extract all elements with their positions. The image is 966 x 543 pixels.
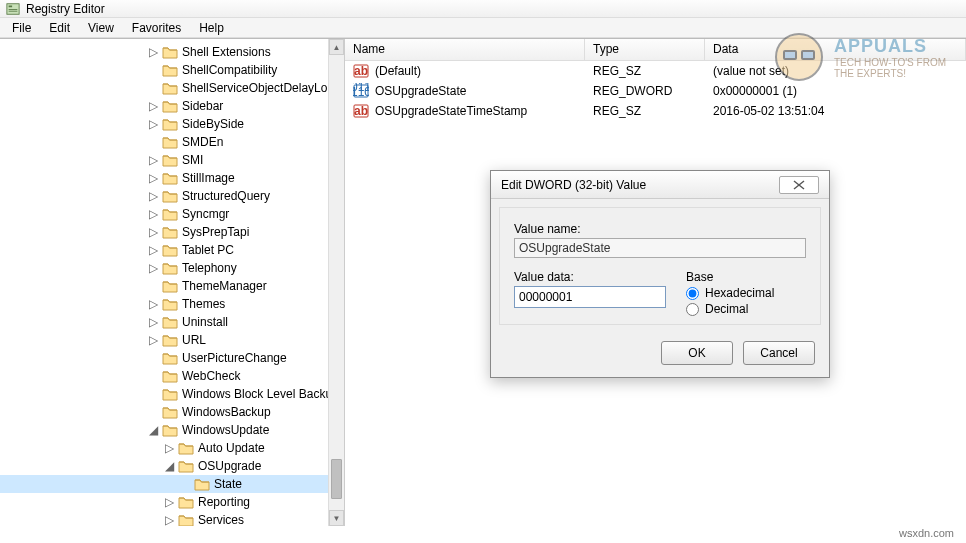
tree-item[interactable]: ▷Auto Update [0, 439, 344, 457]
expander-icon[interactable] [180, 479, 190, 489]
expander-icon[interactable]: ▷ [164, 443, 174, 453]
tree-item[interactable]: ▷Telephony [0, 259, 344, 277]
expander-icon[interactable] [148, 281, 158, 291]
scroll-up-button[interactable]: ▲ [329, 39, 344, 55]
value-row[interactable]: ab(Default)REG_SZ(value not set) [345, 61, 966, 81]
menu-edit[interactable]: Edit [41, 19, 78, 37]
tree-item[interactable]: ◢WindowsUpdate [0, 421, 344, 439]
dialog-close-button[interactable] [779, 176, 819, 194]
value-name: OSUpgradeStateTimeStamp [375, 104, 527, 118]
tree-item[interactable]: ThemeManager [0, 277, 344, 295]
string-value-icon: ab [353, 63, 369, 79]
expander-icon[interactable] [148, 353, 158, 363]
tree-item[interactable]: ▷SideBySide [0, 115, 344, 133]
radio-hexadecimal[interactable]: Hexadecimal [686, 286, 806, 300]
expander-icon[interactable]: ▷ [148, 263, 158, 273]
ok-button[interactable]: OK [661, 341, 733, 365]
expander-icon[interactable] [148, 83, 158, 93]
expander-icon[interactable]: ▷ [148, 317, 158, 327]
tree-item[interactable]: ▷Tablet PC [0, 241, 344, 259]
scroll-thumb[interactable] [331, 459, 342, 499]
value-type: REG_SZ [585, 104, 705, 118]
tree-item[interactable]: ◢OSUpgrade [0, 457, 344, 475]
expander-icon[interactable]: ▷ [148, 119, 158, 129]
tree-item-label: OSUpgrade [198, 459, 261, 473]
tree-item[interactable]: WindowsBackup [0, 403, 344, 421]
column-header-name[interactable]: Name [345, 39, 585, 60]
value-row[interactable]: abOSUpgradeStateTimeStampREG_SZ2016-05-0… [345, 101, 966, 121]
tree-item[interactable]: ShellServiceObjectDelayLoad [0, 79, 344, 97]
expander-icon[interactable]: ▷ [148, 209, 158, 219]
expander-icon[interactable]: ▷ [148, 191, 158, 201]
tree-item[interactable]: ▷URL [0, 331, 344, 349]
tree-item[interactable]: ▷Sidebar [0, 97, 344, 115]
menu-favorites[interactable]: Favorites [124, 19, 189, 37]
tree-item-label: WindowsUpdate [182, 423, 269, 437]
folder-icon [162, 351, 178, 365]
expander-icon[interactable]: ▷ [148, 335, 158, 345]
tree-item[interactable]: SMDEn [0, 133, 344, 151]
expander-icon[interactable]: ▷ [148, 47, 158, 57]
dialog-title: Edit DWORD (32-bit) Value [501, 178, 646, 192]
expander-icon[interactable]: ▷ [148, 299, 158, 309]
tree-item[interactable]: ▷Services [0, 511, 344, 526]
folder-icon [162, 225, 178, 239]
tree-item-label: StructuredQuery [182, 189, 270, 203]
radio-dec-input[interactable] [686, 303, 699, 316]
tree-item[interactable]: Windows Block Level Backup [0, 385, 344, 403]
tree-item[interactable]: ▷SysPrepTapi [0, 223, 344, 241]
expander-icon[interactable]: ◢ [164, 461, 174, 471]
value-data-label: Value data: [514, 270, 666, 284]
registry-tree[interactable]: ▷Shell ExtensionsShellCompatibilityShell… [0, 39, 344, 526]
tree-item[interactable]: ▷SMI [0, 151, 344, 169]
svg-rect-1 [9, 5, 13, 7]
expander-icon[interactable]: ▷ [148, 173, 158, 183]
radio-decimal[interactable]: Decimal [686, 302, 806, 316]
menu-help[interactable]: Help [191, 19, 232, 37]
expander-icon[interactable]: ▷ [148, 227, 158, 237]
expander-icon[interactable]: ▷ [148, 101, 158, 111]
scroll-down-button[interactable]: ▼ [329, 510, 344, 526]
tree-item-label: ShellCompatibility [182, 63, 277, 77]
expander-icon[interactable] [148, 65, 158, 75]
folder-icon [194, 477, 210, 491]
expander-icon[interactable] [148, 407, 158, 417]
expander-icon[interactable] [148, 371, 158, 381]
tree-item[interactable]: ▷Syncmgr [0, 205, 344, 223]
value-row[interactable]: 011110OSUpgradeStateREG_DWORD0x00000001 … [345, 81, 966, 101]
tree-item[interactable]: ▷Reporting [0, 493, 344, 511]
value-data: 0x00000001 (1) [705, 84, 966, 98]
tree-item-label: Windows Block Level Backup [182, 387, 339, 401]
radio-hex-input[interactable] [686, 287, 699, 300]
tree-item[interactable]: ▷Themes [0, 295, 344, 313]
tree-item[interactable]: ▷StructuredQuery [0, 187, 344, 205]
menu-view[interactable]: View [80, 19, 122, 37]
value-data-field[interactable] [514, 286, 666, 308]
menu-file[interactable]: File [4, 19, 39, 37]
folder-icon [162, 297, 178, 311]
tree-item[interactable]: State [0, 475, 344, 493]
cancel-button[interactable]: Cancel [743, 341, 815, 365]
expander-icon[interactable] [148, 137, 158, 147]
tree-item[interactable]: ▷Uninstall [0, 313, 344, 331]
expander-icon[interactable] [148, 389, 158, 399]
tree-item[interactable]: ShellCompatibility [0, 61, 344, 79]
tree-item[interactable]: UserPictureChange [0, 349, 344, 367]
tree-item-label: SideBySide [182, 117, 244, 131]
tree-item-label: Reporting [198, 495, 250, 509]
folder-icon [162, 45, 178, 59]
expander-icon[interactable]: ▷ [164, 515, 174, 525]
column-header-data[interactable]: Data [705, 39, 966, 60]
expander-icon[interactable]: ▷ [148, 155, 158, 165]
menu-bar: File Edit View Favorites Help [0, 18, 966, 38]
tree-item[interactable]: ▷Shell Extensions [0, 43, 344, 61]
expander-icon[interactable]: ▷ [148, 245, 158, 255]
column-header-type[interactable]: Type [585, 39, 705, 60]
tree-item[interactable]: ▷StillImage [0, 169, 344, 187]
dialog-titlebar[interactable]: Edit DWORD (32-bit) Value [491, 171, 829, 199]
expander-icon[interactable]: ◢ [148, 425, 158, 435]
tree-item[interactable]: WebCheck [0, 367, 344, 385]
tree-scrollbar[interactable]: ▲ ▼ [328, 39, 344, 526]
folder-icon [162, 63, 178, 77]
expander-icon[interactable]: ▷ [164, 497, 174, 507]
